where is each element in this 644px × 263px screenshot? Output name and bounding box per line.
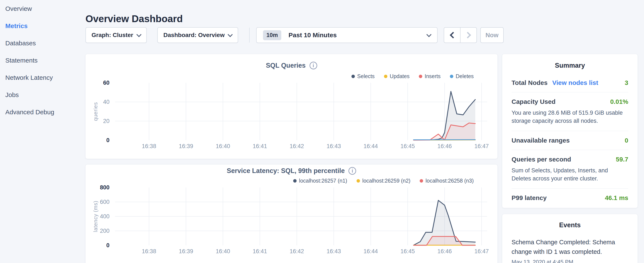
sql-queries-chart-card: 16:3816:3916:4016:4116:4216:4316:4416:45… <box>85 54 498 159</box>
svg-text:16:42: 16:42 <box>290 248 304 254</box>
chart-title-row: SQL Queries i <box>86 62 498 69</box>
svg-text:16:40: 16:40 <box>216 143 230 149</box>
svg-text:16:41: 16:41 <box>252 248 267 254</box>
svg-text:16:45: 16:45 <box>400 143 415 149</box>
event-message: Schema Change Completed: Schema change w… <box>512 237 628 256</box>
legend-label: localhost:26259 (n2) <box>362 178 410 184</box>
legend-item[interactable]: Selects <box>352 73 374 79</box>
svg-text:20: 20 <box>103 118 110 124</box>
chevron-right-icon <box>464 32 471 38</box>
legend-dot-icon <box>352 75 355 78</box>
service-latency-chart-card: 16:3816:3916:4016:4116:4216:4316:4416:45… <box>85 164 498 263</box>
summary-row: Capacity Used 0.01% You are using 28.6 M… <box>512 92 628 131</box>
summary-row: Queries per second 59.7 Sum of Selects, … <box>512 150 628 189</box>
summary-row-description: Sum of Selects, Updates, Inserts, and De… <box>512 166 628 183</box>
legend-dot-icon <box>419 75 422 78</box>
summary-row-value: 0.01% <box>610 98 628 105</box>
events-panel: Events Schema Change Completed: Schema c… <box>502 214 638 263</box>
sidebar-item-databases[interactable]: Databases <box>5 35 85 52</box>
graph-scope-dropdown[interactable]: Graph: Cluster <box>86 27 147 43</box>
legend-dot-icon <box>293 179 296 183</box>
summary-row-value: 46.1 ms <box>605 194 628 201</box>
svg-text:0: 0 <box>106 242 110 248</box>
svg-text:16:47: 16:47 <box>474 248 489 254</box>
db-console-metrics-page: { "sidebar": { "items": [ {"label": "Ove… <box>0 0 644 263</box>
svg-text:400: 400 <box>100 213 110 220</box>
svg-text:0: 0 <box>106 137 110 143</box>
legend-item[interactable]: localhost:26259 (n2) <box>356 178 410 184</box>
svg-text:16:47: 16:47 <box>474 143 489 149</box>
summary-row-label: P99 latency <box>512 194 546 201</box>
svg-text:60: 60 <box>103 80 110 86</box>
summary-panel: Summary Total Nodes View nodes list 3 Ca… <box>502 54 638 208</box>
summary-row-description: You are using 28.6 MiB of 515.9 GiB usab… <box>512 109 628 125</box>
svg-text:latency (ms): latency (ms) <box>92 201 98 232</box>
time-step-button-group <box>444 27 477 43</box>
legend-label: localhost:26257 (n1) <box>299 178 347 184</box>
info-icon[interactable]: i <box>348 167 356 175</box>
svg-text:16:43: 16:43 <box>326 248 341 254</box>
legend-item[interactable]: Inserts <box>419 73 440 79</box>
svg-text:16:38: 16:38 <box>142 248 156 254</box>
chevron-down-icon <box>426 32 432 37</box>
time-range-badge: 10m <box>263 30 281 40</box>
legend-label: Selects <box>357 73 374 79</box>
sidebar-item-advanced-debug[interactable]: Advanced Debug <box>5 103 85 121</box>
sidebar-item-jobs[interactable]: Jobs <box>5 86 85 103</box>
legend-label: localhost:26258 (n3) <box>426 178 474 184</box>
view-nodes-list-link[interactable]: View nodes list <box>552 79 598 86</box>
controls-divider <box>249 28 250 43</box>
summary-row-label: Unavailable ranges <box>512 137 570 144</box>
legend-item[interactable]: Updates <box>384 73 410 79</box>
svg-text:40: 40 <box>103 99 110 105</box>
svg-text:600: 600 <box>100 199 110 205</box>
dashboard-dropdown[interactable]: Dashboard: Overview <box>157 27 238 43</box>
sidebar-item-statements[interactable]: Statements <box>5 52 85 69</box>
sidebar-nav-list: OverviewMetricsDatabasesStatementsNetwor… <box>0 0 85 121</box>
now-button[interactable]: Now <box>480 27 504 43</box>
summary-row: Total Nodes View nodes list 3 <box>512 69 628 92</box>
legend-item[interactable]: localhost:26258 (n3) <box>420 178 474 184</box>
time-next-button[interactable] <box>460 28 476 43</box>
events-title: Events <box>512 221 628 229</box>
legend-label: Updates <box>390 73 410 79</box>
legend-label: Deletes <box>456 73 474 79</box>
svg-text:16:46: 16:46 <box>437 248 452 254</box>
sidebar-item-metrics[interactable]: Metrics <box>5 17 85 35</box>
chart-title: Service Latency: SQL, 99th percentile <box>227 167 345 175</box>
legend-dot-icon <box>420 179 423 183</box>
page-title: Overview Dashboard <box>86 13 183 25</box>
sidebar-item-overview[interactable]: Overview <box>5 0 85 17</box>
time-prev-button[interactable] <box>444 28 460 43</box>
chevron-down-icon <box>136 32 142 37</box>
legend-item[interactable]: Deletes <box>450 73 474 79</box>
chart-legend: Selects Updates Inserts Deletes <box>352 73 474 79</box>
sql-queries-chart[interactable]: 16:3816:3916:4016:4116:4216:4316:4416:45… <box>86 54 498 159</box>
legend-dot-icon <box>384 75 388 78</box>
event-item[interactable]: Schema Change Completed: Schema change w… <box>512 237 628 263</box>
chart-title-row: Service Latency: SQL, 99th percentile i <box>86 167 498 175</box>
dashboard-dropdown-label: Dashboard: Overview <box>164 32 225 39</box>
sidebar-item-network-latency[interactable]: Network Latency <box>5 69 85 86</box>
summary-title: Summary <box>512 62 628 69</box>
svg-text:16:41: 16:41 <box>252 143 267 149</box>
summary-row-value: 0 <box>625 137 628 144</box>
summary-row: Unavailable ranges 0 <box>512 131 628 150</box>
time-range-dropdown[interactable]: 10m Past 10 Minutes <box>256 27 438 43</box>
time-range-label: Past 10 Minutes <box>288 32 423 39</box>
svg-text:16:45: 16:45 <box>400 248 415 254</box>
chevron-left-icon <box>450 32 456 38</box>
svg-text:16:44: 16:44 <box>364 143 378 149</box>
info-icon[interactable]: i <box>310 62 317 69</box>
summary-row-label: Total Nodes <box>512 79 548 86</box>
legend-item[interactable]: localhost:26257 (n1) <box>293 178 347 184</box>
summary-row-label: Queries per second <box>512 156 571 163</box>
svg-text:16:43: 16:43 <box>326 143 341 149</box>
svg-text:queries: queries <box>92 102 98 121</box>
svg-text:800: 800 <box>100 184 110 191</box>
svg-text:16:38: 16:38 <box>142 143 156 149</box>
svg-text:16:39: 16:39 <box>179 248 193 254</box>
chart-title: SQL Queries <box>266 62 306 69</box>
summary-row: P99 latency 46.1 ms <box>512 188 628 207</box>
svg-text:200: 200 <box>100 228 110 234</box>
